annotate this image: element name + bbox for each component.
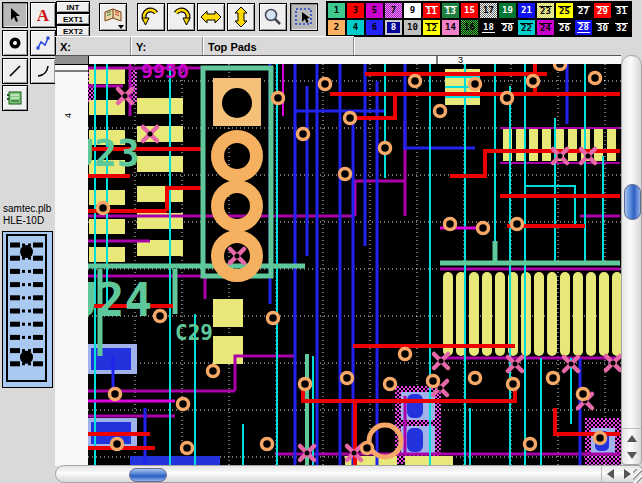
layer-cell-19[interactable]: 19 [498, 2, 517, 19]
layer-cell-15[interactable]: 15 [460, 2, 479, 19]
window-resize-grip[interactable] [633, 469, 642, 483]
layer-cell-10[interactable]: 10 [403, 19, 422, 36]
sheet-marker-left: 4 [63, 113, 73, 118]
layer-cell-21[interactable]: 21 [517, 2, 536, 19]
zoom-icon [262, 6, 284, 28]
arc-tool-button[interactable] [30, 58, 56, 84]
route-icon [35, 35, 51, 51]
line-icon [7, 63, 23, 79]
y-label: Y: [136, 41, 146, 53]
horizontal-scrollbar-thumb[interactable] [129, 468, 167, 482]
pointer-icon [7, 7, 23, 23]
rotate-ccw-button[interactable] [137, 3, 165, 31]
library-browser-button[interactable] [99, 3, 127, 31]
flip-horizontal-icon [200, 6, 222, 28]
layer-cell-8[interactable]: 8 [384, 19, 403, 36]
y-coordinate-field: Y: [131, 37, 203, 56]
route-tool-button[interactable] [30, 30, 56, 56]
library-file-name: samtec.plb [3, 203, 51, 214]
status-bar: X: Y: Top Pads [55, 36, 354, 57]
layer-cell-18[interactable]: 18 [479, 19, 498, 36]
flip-vertical-icon [230, 6, 252, 28]
footprint-preview-drawing [3, 232, 50, 385]
pad-icon [7, 35, 23, 51]
line-tool-button[interactable] [2, 58, 28, 84]
pcb-label-C29: C29 [175, 321, 213, 345]
arrow-down-icon [627, 452, 637, 459]
arc-icon [35, 63, 51, 79]
text-icon: A [37, 7, 49, 24]
layer-cell-31[interactable]: 31 [612, 2, 631, 19]
active-layer-name: Top Pads [208, 41, 257, 53]
layer-cell-14[interactable]: 14 [441, 19, 460, 36]
mode-button-ext1[interactable]: EXT1 [56, 13, 90, 25]
layer-cell-32[interactable]: 32 [612, 19, 631, 36]
layer-cell-25[interactable]: 25 [555, 2, 574, 19]
select-area-button[interactable] [290, 3, 318, 31]
select-area-icon [293, 6, 315, 28]
layer-cell-17[interactable]: 17 [479, 2, 498, 19]
layer-cell-2[interactable]: 2 [327, 19, 346, 36]
layer-cell-12[interactable]: 12 [422, 19, 441, 36]
pcb-editor-window: A INT EXT1 EXT2 [0, 0, 642, 483]
zoom-button[interactable] [259, 3, 287, 31]
layer-cell-30[interactable]: 30 [593, 19, 612, 36]
footprint-preview[interactable] [2, 231, 53, 388]
dropdown-arrow-icon [118, 25, 124, 29]
arrow-right-icon [624, 469, 631, 479]
layer-cell-1[interactable]: 1 [327, 2, 346, 19]
pcb-canvas-area[interactable]: 349950U23U24C29 [55, 55, 621, 466]
mode-label: EXT2 [63, 27, 83, 36]
mode-label: INT [67, 3, 80, 12]
mode-label: EXT1 [63, 15, 83, 24]
layer-cell-28[interactable]: 28 [574, 19, 593, 36]
layer-cell-3[interactable]: 3 [346, 2, 365, 19]
scroll-down-button[interactable] [622, 447, 641, 464]
rotate-cw-icon [170, 6, 192, 28]
arrow-up-icon [627, 435, 637, 442]
vertical-scrollbar-thumb[interactable] [624, 184, 641, 220]
pad-tool-button[interactable] [2, 30, 28, 56]
mode-button-int[interactable]: INT [56, 1, 90, 13]
sheet-marker-top: 3 [458, 56, 463, 65]
vertical-scrollbar[interactable] [621, 55, 642, 465]
flip-vertical-button[interactable] [227, 3, 255, 31]
layer-cell-9[interactable]: 9 [403, 2, 422, 19]
flip-horizontal-button[interactable] [197, 3, 225, 31]
rotate-ccw-icon [140, 6, 162, 28]
horizontal-scrollbar[interactable] [55, 465, 642, 483]
library-part-name: HLE-10D [3, 215, 44, 226]
layer-cell-23[interactable]: 23 [536, 2, 555, 19]
layer-cell-16[interactable]: 16 [460, 19, 479, 36]
layer-cell-20[interactable]: 20 [498, 19, 517, 36]
rotate-cw-button[interactable] [167, 3, 195, 31]
layer-cell-13[interactable]: 13 [441, 2, 460, 19]
layer-cell-24[interactable]: 24 [536, 19, 555, 36]
text-tool-button[interactable]: A [30, 2, 56, 28]
scroll-up-button[interactable] [622, 429, 641, 447]
layer-palette: 1234567891011121314151617181920212223242… [326, 1, 632, 37]
arrow-left-icon [607, 469, 614, 479]
x-label: X: [60, 41, 71, 53]
layer-cell-22[interactable]: 22 [517, 19, 536, 36]
layer-cell-26[interactable]: 26 [555, 19, 574, 36]
layer-cell-11[interactable]: 11 [422, 2, 441, 19]
layer-cell-4[interactable]: 4 [346, 19, 365, 36]
component-tool-button[interactable] [2, 85, 28, 111]
component-icon [6, 89, 24, 107]
layer-cell-6[interactable]: 6 [365, 19, 384, 36]
pointer-tool-button[interactable] [2, 2, 28, 28]
active-layer-field: Top Pads [203, 37, 354, 56]
layer-cell-29[interactable]: 29 [593, 2, 612, 19]
scroll-left-button[interactable] [602, 466, 619, 482]
layer-cell-7[interactable]: 7 [384, 2, 403, 19]
x-coordinate-field: X: [55, 37, 131, 56]
pcb-canvas[interactable]: 349950U23U24C29 [55, 56, 621, 466]
layer-cell-27[interactable]: 27 [574, 2, 593, 19]
layer-cell-5[interactable]: 5 [365, 2, 384, 19]
